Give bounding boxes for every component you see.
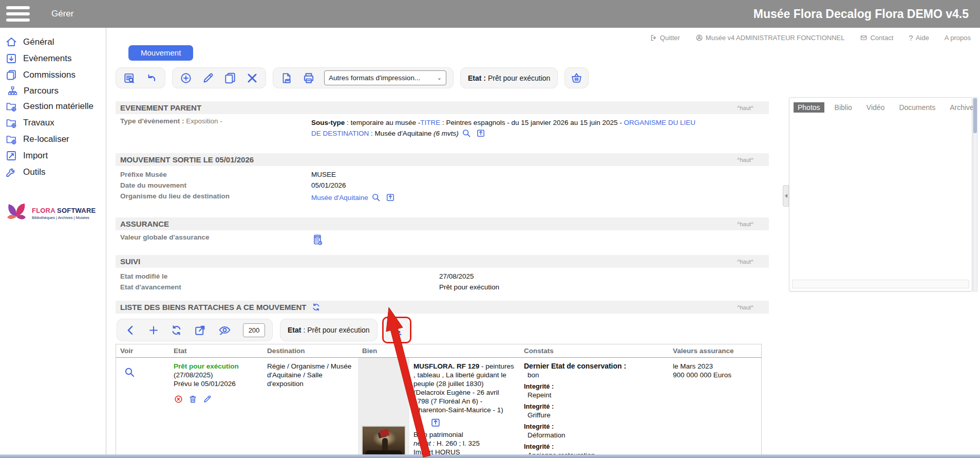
undo-icon[interactable] [145,71,158,85]
sidebar-item-outils[interactable]: Outils [0,164,106,180]
constat-label: Integrité : [524,382,665,391]
bien-type: Bien patrimonial [413,430,516,439]
row-status-date: (27/08/2025) [174,371,259,379]
destination-cell: Régie / Organisme / Musée d'Aquitaine / … [263,358,358,458]
tab-documents[interactable]: Documents [895,102,939,113]
edit-pencil-icon[interactable] [202,394,212,404]
constat-label: Integrité : [524,442,665,451]
panel-collapse-handle[interactable] [783,185,789,207]
search-icon[interactable] [461,128,472,138]
haut-anchor[interactable]: ^haut^ [737,157,753,163]
constat-label: Integrité : [524,422,665,431]
voir-cell [116,358,169,458]
edit-pencil-icon[interactable] [201,71,215,85]
recycle-refresh-icon[interactable] [170,324,183,337]
sidebar-item-label: Re-localiser [23,134,69,144]
view-search-icon[interactable] [123,366,136,378]
tab-photos[interactable]: Photos [794,102,824,113]
user-account-link[interactable]: Musée v4 ADMINISTRATEUR FONCTIONNEL [695,34,845,42]
chevron-left-icon[interactable] [124,324,137,337]
search-icon[interactable] [371,192,381,203]
print-format-select[interactable]: Autres formats d'impression... ⌄ [324,70,446,85]
section-title: SUIVI [120,257,140,266]
haut-anchor[interactable]: ^haut^ [737,304,753,310]
col-header-constats: Constats [520,344,669,357]
bottom-scroll-bar[interactable] [0,454,980,458]
contact-link[interactable]: Contact [860,34,893,42]
hamburger-menu-icon[interactable] [6,6,30,22]
evenement-parent-details: Sous-type : temporaire au musée -TITRE :… [311,117,696,139]
duplicate-icon[interactable] [223,71,237,85]
constat-value: Déformation [524,431,665,439]
print-format-value: Autres formats d'impression... [329,74,420,82]
aide-link[interactable]: ? Aide [909,33,929,42]
col-header-voir: Voir [116,344,169,357]
field-value: 05/01/2026 [311,181,346,189]
open-record-icon[interactable] [430,417,441,428]
menu-gerer-label[interactable]: Gérer [51,9,73,19]
list-search-icon[interactable] [123,71,136,85]
field-row-etat-modifie: Etat modifié le 27/08/2025 [116,271,769,282]
sidebar-item-commissions[interactable]: Commissions [0,67,106,83]
haut-anchor[interactable]: ^haut^ [737,221,753,227]
etat-label: Etat : [468,74,486,82]
trash-icon[interactable] [188,394,198,404]
titre-link[interactable]: TITRE [420,119,440,126]
tab-biblio[interactable]: Biblio [831,102,856,113]
add-plus-icon[interactable] [148,324,159,337]
sidebar-item-label: Gestion matérielle [23,101,93,112]
add-icon[interactable] [179,71,193,85]
sidebar-item-general[interactable]: Général [0,34,106,50]
valeur-assurance-label: Valeur globale d'assurance [116,233,311,241]
etat-value: Prêt pour exécution [488,74,550,82]
search-icon[interactable] [413,417,425,428]
col-header-valeurs: Valeurs assurance [669,344,761,357]
sidebar-item-import[interactable]: Import [0,148,106,164]
toolbar-group-nav [116,67,165,88]
print-document-icon[interactable] [280,71,293,85]
soustype-label: Sous-type [311,119,345,126]
sidebar-item-relocaliser[interactable]: Re-localiser [0,131,106,148]
user-label: Musée v4 ADMINISTRATEUR FONCTIONNEL [706,34,845,42]
field-row-organisme-destination: Organisme du lieu de destination Musée d… [116,191,769,204]
tab-mouvement[interactable]: Mouvement [128,45,193,61]
organisme-text: : Musée d'Aquitaine [369,130,434,137]
etat-value: : Prêt pour exécution [303,326,369,334]
apropos-link[interactable]: A propos [945,34,971,42]
sidebar-item-evenements[interactable]: Evènements [0,50,106,67]
tab-video[interactable]: Vidéo [862,102,889,113]
assurance-amount: 900 000 000 Euros [673,371,757,379]
calculator-icon[interactable] [311,233,324,246]
haut-anchor[interactable]: ^haut^ [737,105,753,111]
sidebar: Général Evènements Commissions Parcours … [0,28,106,458]
eye-view-icon[interactable] [217,324,232,337]
basket-button[interactable] [564,67,589,88]
open-record-icon[interactable] [476,128,486,138]
quitter-link[interactable]: Quitter [650,34,680,42]
software-brand: SOFTWARE [55,207,96,214]
vertical-scrollbar[interactable] [973,97,977,291]
bien-description: - peintures , tableau , La liberté guida… [413,362,514,414]
open-record-icon[interactable] [385,192,395,203]
row-count-input[interactable] [243,323,265,337]
artwork-thumbnail[interactable] [362,426,406,458]
external-open-icon[interactable] [194,324,206,337]
flora-brand: FLORA [32,207,55,214]
toolbar-group-edit [172,67,266,88]
basket-icon [570,71,583,84]
scrollbar-thumb[interactable] [973,98,977,133]
constat-value: Griffure [524,411,665,419]
cancel-circle-x-icon[interactable] [174,394,183,404]
suivi-rows: Etat modifié le 27/08/2025 Etat d'avance… [116,268,769,297]
delete-x-icon[interactable] [246,71,259,85]
sidebar-item-parcours[interactable]: Parcours [0,83,106,98]
refresh-icon[interactable] [311,302,321,312]
musee-aquitaine-link[interactable]: Musée d'Aquitaine [311,194,368,201]
assurance-row: Valeur globale d'assurance [116,230,769,250]
haut-anchor[interactable]: ^haut^ [737,259,753,265]
printer-icon[interactable] [302,71,315,85]
liste-toolbar-group [117,319,273,341]
sidebar-item-travaux[interactable]: Travaux [0,115,106,131]
sidebar-item-gestion-materielle[interactable]: Gestion matérielle [0,98,106,115]
stamp-button[interactable] [385,319,409,341]
